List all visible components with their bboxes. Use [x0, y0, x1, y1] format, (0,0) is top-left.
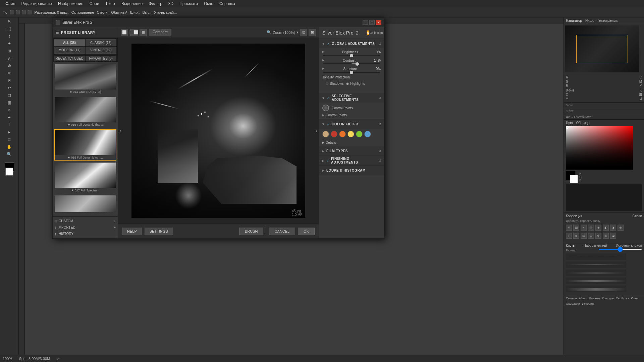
global-adjustments-header[interactable]: ▼ ✓ GLOBAL ADJUSTMENTS ↺	[319, 39, 384, 48]
corr-bw[interactable]: ◑	[610, 225, 616, 231]
actions-label[interactable]: Операции	[566, 302, 580, 305]
corr-brightness2[interactable]: ◻	[566, 233, 572, 239]
fit-btn[interactable]: ⊡	[300, 29, 307, 36]
tool-shape[interactable]: □	[6, 136, 13, 143]
menu-edit[interactable]: Редактирование	[19, 1, 55, 7]
selective-adjustments-header[interactable]: ▼ ✓ SELECTIVE ADJUSTMENTS ↺	[319, 93, 384, 103]
menu-window[interactable]: Окно	[201, 1, 216, 7]
preset-item-018[interactable]	[54, 195, 116, 213]
tool-path-select[interactable]: ▸	[6, 129, 13, 135]
menu-help[interactable]: Справка	[217, 1, 238, 7]
menu-icon[interactable]: ☰	[55, 30, 59, 35]
swatch-blue[interactable]	[364, 131, 371, 137]
menu-select[interactable]: Выделение	[119, 1, 146, 7]
fullscreen-btn[interactable]: ⊞	[309, 29, 316, 36]
custom-section[interactable]: ⊞ CUSTOM +	[54, 218, 116, 224]
color-picker-gradient[interactable]	[566, 126, 633, 170]
tool-pen[interactable]: ✒	[6, 114, 13, 121]
samples-tab[interactable]: Образцы	[576, 121, 590, 125]
tool-heal[interactable]: ⊕	[6, 62, 13, 69]
imported-add-icon[interactable]: +	[114, 226, 116, 229]
settings-button[interactable]: SETTINGS	[145, 228, 173, 235]
swatch-orange[interactable]	[339, 131, 346, 137]
ps-panel-tab-navigator[interactable]: Навигатор	[566, 19, 582, 22]
control-point-circle[interactable]	[322, 105, 329, 111]
finishing-header[interactable]: ▶ ✓ FINISHING ADJUSTMENTS ↺	[319, 156, 384, 165]
loupe-header[interactable]: ▶ LOUPE & HISTOGRAM	[319, 166, 384, 175]
subtab-favorites[interactable]: FAVORITES (0)	[86, 56, 117, 61]
global-reset-btn[interactable]: ↺	[379, 42, 381, 46]
brightness-expand[interactable]: ▶	[322, 50, 324, 54]
corr-levels[interactable]: ▦	[573, 225, 579, 231]
symbol-tab[interactable]: Символ	[566, 297, 577, 300]
cancel-button[interactable]: CANCEL	[269, 228, 295, 235]
color-filter-reset-btn[interactable]: ↺	[379, 122, 381, 126]
tab-modern[interactable]: MODERN (11)	[54, 47, 85, 54]
custom-add-icon[interactable]: +	[114, 219, 116, 223]
tool-move[interactable]: ↖	[6, 18, 13, 25]
corr-photofilter[interactable]: ⊗	[573, 233, 579, 239]
preset-item-015[interactable]: ★ 015 Full Dynamic (har...	[54, 96, 116, 128]
history-label2[interactable]: История	[582, 302, 594, 305]
tool-magic-wand[interactable]: ✦	[6, 40, 13, 47]
tool-dodge[interactable]: ○	[6, 107, 13, 113]
tool-marquee[interactable]: ⬚	[6, 25, 13, 32]
contrast-slider-thumb[interactable]	[356, 62, 359, 66]
tool-zoom[interactable]: 🔍	[6, 151, 13, 158]
tool-background-color[interactable]	[5, 168, 13, 176]
corr-posterize[interactable]: ▥	[603, 233, 609, 239]
structure-slider-thumb[interactable]	[350, 71, 353, 74]
corr-selective[interactable]: ⬡	[588, 233, 594, 239]
ps-panel-tab-info[interactable]: Инфо	[585, 19, 594, 22]
preset-item-016[interactable]: ★ 016 Full Dynamic (sm...	[54, 129, 116, 161]
tool-lasso[interactable]: ⌇	[6, 33, 13, 40]
paragraph-tab[interactable]: Абзац	[579, 297, 587, 300]
menu-layers[interactable]: Слои	[87, 1, 102, 7]
tool-hand[interactable]: ✋	[6, 143, 13, 150]
corr-vibrance[interactable]: ◈	[595, 225, 601, 231]
toolbar-mode[interactable]: Обычный	[111, 10, 127, 14]
color-picker-handle[interactable]	[566, 126, 569, 129]
history-section[interactable]: ↩ HISTORY	[54, 231, 116, 237]
corr-gradmap[interactable]: ▤	[581, 233, 587, 239]
selective-reset-btn[interactable]: ↺	[379, 96, 381, 100]
zoom-dropdown-icon[interactable]: ▾	[297, 30, 299, 35]
tab-vintage[interactable]: VINTAGE (12)	[86, 47, 117, 54]
channels-label[interactable]: Каналы	[589, 297, 600, 300]
ps-panel-tab-histogram[interactable]: Гистограмма	[598, 19, 618, 22]
contours-label[interactable]: Контуры	[602, 297, 614, 300]
corr-invert[interactable]: ⊘	[595, 233, 601, 239]
tool-brush[interactable]: ✏	[6, 70, 13, 76]
corr-hsl[interactable]: ◧	[603, 225, 609, 231]
preset-item-014[interactable]: ★ 014 Grad ND (EV -2)	[54, 63, 116, 95]
menu-filter[interactable]: Фильтр	[146, 1, 165, 7]
contrast-expand[interactable]: ▶	[322, 59, 324, 62]
corr-threshold[interactable]: ◪	[610, 233, 616, 239]
swatch-green[interactable]	[356, 131, 363, 137]
view-single-btn[interactable]: ⬜	[121, 29, 128, 36]
sep-minimize-btn[interactable]: _	[363, 20, 368, 25]
subtab-recently-used[interactable]: RECENTLY USED	[54, 56, 85, 61]
next-arrow[interactable]: ›	[315, 127, 317, 134]
tab-classic[interactable]: CLASSIC (15)	[86, 39, 117, 46]
structure-expand[interactable]: ▶	[322, 67, 324, 71]
sep-maximize-btn[interactable]: □	[369, 20, 375, 25]
preset-item-017[interactable]: ★ 017 Full Spectrum	[54, 162, 116, 193]
menu-file[interactable]: Файл	[3, 1, 18, 7]
tool-eraser[interactable]: ◻	[6, 92, 13, 99]
ok-button[interactable]: OK	[298, 228, 315, 235]
menu-text[interactable]: Текст	[103, 1, 118, 7]
prev-arrow[interactable]: ‹	[119, 127, 121, 134]
brightness-slider-thumb[interactable]	[350, 54, 353, 57]
menu-view[interactable]: Просмотр	[177, 1, 201, 7]
menu-3d[interactable]: 3D	[166, 1, 176, 7]
film-types-reset-btn[interactable]: ↺	[379, 149, 381, 153]
tab-all[interactable]: ALL (38)	[54, 39, 85, 46]
brush-button[interactable]: BRUSH	[239, 228, 264, 235]
menu-image[interactable]: Изображение	[55, 1, 86, 7]
swatch-neutral[interactable]	[322, 131, 329, 137]
color-filter-header[interactable]: ▼ ✓ COLOR FILTER ↺	[319, 119, 384, 129]
color-tab[interactable]: Цвет	[566, 121, 573, 125]
corr-colbal[interactable]: ⊜	[618, 225, 624, 231]
background-swatch[interactable]	[570, 175, 578, 183]
